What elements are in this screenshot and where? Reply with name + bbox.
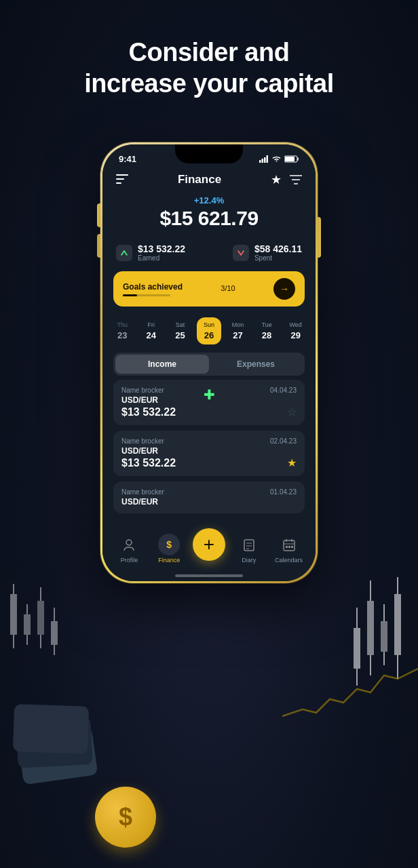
headline-line1: Consider and bbox=[129, 38, 290, 66]
tx-broker-name: Name brocker bbox=[121, 437, 164, 445]
tx-amount: $13 532.22 bbox=[121, 457, 297, 469]
svg-rect-46 bbox=[288, 546, 290, 548]
svg-rect-32 bbox=[116, 182, 121, 184]
tx-currency: USD/EUR bbox=[121, 446, 297, 456]
day-thu[interactable]: Thu 23 bbox=[110, 317, 134, 344]
status-icons bbox=[259, 155, 299, 163]
earned-label: Earned bbox=[138, 254, 185, 262]
transaction-item[interactable]: Name brocker 04.04.23 USD/EUR $13 532.22… bbox=[113, 380, 305, 425]
balance-section: +12.4% $15 621.79 bbox=[102, 193, 316, 238]
tx-amount: $13 532.22 bbox=[121, 406, 297, 418]
phone-outer: 9:41 bbox=[100, 142, 318, 583]
expenses-tab[interactable]: Expenses bbox=[209, 355, 303, 374]
day-fri[interactable]: Fri 24 bbox=[139, 317, 164, 344]
spent-label: Spent bbox=[254, 254, 302, 262]
day-tue[interactable]: Tue 28 bbox=[254, 317, 279, 344]
headline: Consider and increase your capital bbox=[0, 37, 418, 99]
filter-icon[interactable] bbox=[290, 174, 302, 185]
svg-rect-29 bbox=[285, 157, 294, 161]
earned-amount: $13 532.22 bbox=[138, 243, 185, 254]
svg-rect-47 bbox=[291, 546, 293, 548]
line-chart-decoration bbox=[282, 662, 418, 732]
spent-arrow-icon bbox=[233, 245, 249, 261]
svg-rect-45 bbox=[286, 546, 288, 548]
earned-arrow-icon bbox=[116, 245, 132, 261]
signal-icon bbox=[259, 155, 269, 163]
svg-rect-6 bbox=[24, 614, 31, 635]
candle-chart-left bbox=[7, 580, 61, 665]
tx-date: 02.04.23 bbox=[270, 437, 297, 445]
goals-banner[interactable]: Goals achieved 3/10 → bbox=[113, 271, 305, 307]
nav-finance[interactable]: $ Finance bbox=[152, 534, 186, 564]
star-icon[interactable]: ★ bbox=[271, 172, 282, 187]
finance-icon: $ bbox=[166, 539, 172, 550]
tx-date: 04.04.23 bbox=[270, 387, 297, 394]
calendars-icon bbox=[282, 538, 296, 555]
diary-icon bbox=[242, 538, 256, 555]
phone-inner: 9:41 bbox=[102, 144, 316, 581]
star-empty-icon[interactable]: ☆ bbox=[287, 406, 297, 418]
balance-change: +12.4% bbox=[116, 195, 302, 205]
svg-rect-31 bbox=[116, 178, 124, 180]
svg-rect-30 bbox=[116, 174, 128, 176]
goals-count: 3/10 bbox=[221, 284, 235, 292]
svg-rect-18 bbox=[381, 621, 387, 652]
svg-rect-27 bbox=[267, 155, 269, 163]
tx-date: 01.04.23 bbox=[270, 488, 297, 496]
svg-rect-0 bbox=[51, 621, 58, 645]
balance-amount: $15 621.79 bbox=[116, 207, 302, 230]
nav-finance-label: Finance bbox=[158, 557, 180, 564]
calendar-week: Thu 23 Fri 24 Sat 25 Sun 26 bbox=[102, 313, 316, 349]
goals-progress-fill bbox=[123, 294, 137, 296]
transactions-list: Name brocker 04.04.23 USD/EUR $13 532.22… bbox=[102, 380, 316, 523]
svg-point-36 bbox=[126, 540, 132, 545]
add-icon[interactable]: ✚ bbox=[204, 387, 215, 403]
star-filled-icon[interactable]: ★ bbox=[287, 456, 297, 469]
status-time: 9:41 bbox=[119, 154, 136, 164]
goals-label: Goals achieved bbox=[123, 282, 183, 292]
nav-add[interactable]: + bbox=[192, 528, 226, 564]
transaction-item[interactable]: Name brocker 02.04.23 USD/EUR $13 532.22… bbox=[113, 431, 305, 476]
day-wed[interactable]: Wed 29 bbox=[284, 317, 308, 344]
home-indicator bbox=[175, 574, 243, 577]
day-sun[interactable]: Sun 26 bbox=[197, 317, 221, 344]
goals-arrow-button[interactable]: → bbox=[273, 278, 295, 300]
battery-icon bbox=[284, 155, 299, 163]
paper-stack-decoration bbox=[14, 678, 102, 787]
add-button[interactable]: + bbox=[193, 528, 225, 561]
nav-diary[interactable]: Diary bbox=[232, 538, 266, 564]
nav-diary-label: Diary bbox=[242, 557, 256, 564]
spent-stat: $58 426.11 Spent bbox=[233, 243, 302, 262]
svg-rect-41 bbox=[284, 540, 294, 551]
nav-calendars[interactable]: Calendars bbox=[272, 538, 306, 564]
tx-broker-name: Name brocker bbox=[121, 387, 164, 394]
transaction-item[interactable]: Name brocker 01.04.23 USD/EUR bbox=[113, 481, 305, 513]
svg-rect-3 bbox=[37, 601, 44, 635]
nav-calendars-label: Calendars bbox=[275, 557, 303, 564]
nav-profile[interactable]: Profile bbox=[112, 538, 146, 564]
income-tab[interactable]: Income bbox=[115, 355, 209, 374]
income-expenses-toggle: Income Expenses bbox=[113, 353, 305, 376]
svg-rect-9 bbox=[10, 594, 17, 635]
profile-icon bbox=[122, 538, 136, 555]
day-sat[interactable]: Sat 25 bbox=[168, 317, 192, 344]
headline-line2: increase your capital bbox=[84, 69, 334, 98]
tx-broker-name: Name brocker bbox=[121, 488, 164, 496]
tx-currency: USD/EUR bbox=[121, 497, 297, 507]
finance-icon-bg: $ bbox=[158, 534, 180, 555]
earned-stat: $13 532.22 Earned bbox=[116, 243, 185, 262]
bottom-nav: Profile $ Finance + bbox=[102, 523, 316, 574]
day-mon[interactable]: Mon 27 bbox=[226, 317, 250, 344]
phone: 9:41 bbox=[100, 142, 318, 583]
svg-rect-21 bbox=[394, 594, 401, 655]
header-actions: ★ bbox=[271, 172, 302, 187]
stats-row: $13 532.22 Earned $58 426.11 Spent bbox=[102, 238, 316, 267]
nav-profile-label: Profile bbox=[121, 557, 138, 564]
menu-icon[interactable] bbox=[116, 174, 128, 186]
svg-rect-24 bbox=[259, 160, 261, 163]
spent-amount: $58 426.11 bbox=[254, 243, 302, 254]
goals-progress-bar bbox=[123, 294, 170, 296]
app-header: Finance ★ bbox=[102, 170, 316, 193]
app-title: Finance bbox=[178, 173, 221, 186]
svg-rect-15 bbox=[367, 601, 374, 655]
